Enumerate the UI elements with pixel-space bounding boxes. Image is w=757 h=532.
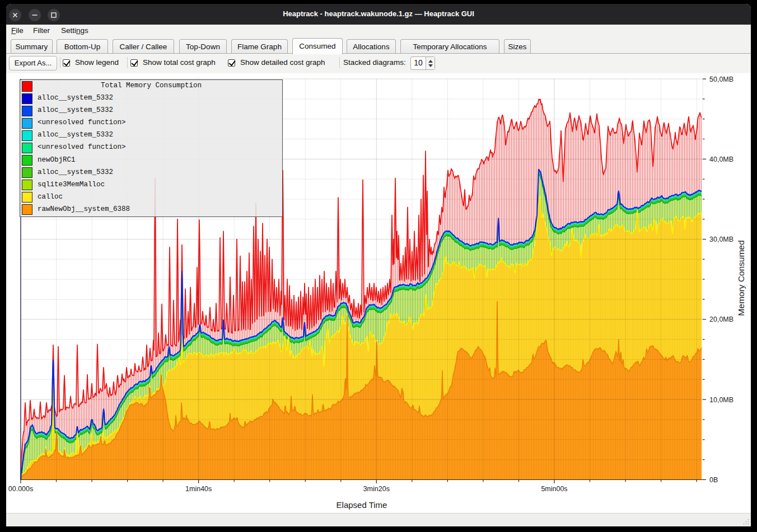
svg-text:30,0MB: 30,0MB [709, 236, 733, 243]
svg-text:Memory Consumed: Memory Consumed [736, 240, 746, 316]
svg-text:00.000s: 00.000s [8, 485, 33, 493]
svg-text:1min40s: 1min40s [185, 485, 212, 493]
svg-text:0B: 0B [709, 476, 718, 484]
svg-text:Elapsed Time: Elapsed Time [337, 500, 387, 510]
svg-text:20,0MB: 20,0MB [709, 316, 733, 323]
svg-text:50,0MB: 50,0MB [709, 76, 733, 83]
svg-text:10,0MB: 10,0MB [709, 396, 733, 404]
svg-text:3min20s: 3min20s [363, 485, 390, 493]
svg-text:40,0MB: 40,0MB [709, 156, 733, 163]
svg-text:5min00s: 5min00s [541, 485, 567, 493]
